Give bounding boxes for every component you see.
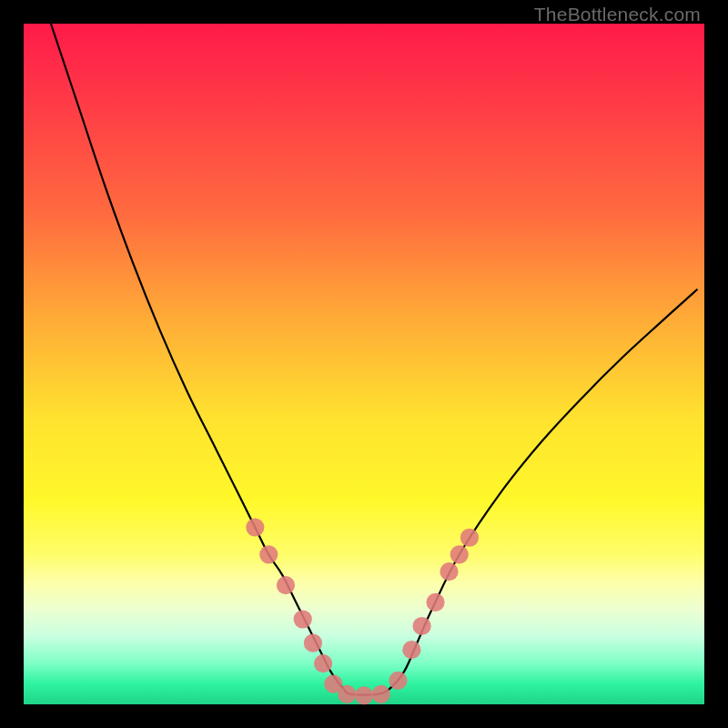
highlight-dot [246,518,264,536]
highlight-dots [246,518,479,704]
highlight-dot [355,686,373,704]
bottleneck-curve [51,24,698,695]
highlight-dot [412,617,430,635]
highlight-dot [440,562,458,581]
highlight-dot [338,685,356,703]
highlight-dot [402,641,420,659]
highlight-dot [294,610,312,628]
highlight-dot [372,685,390,703]
chart-stage: TheBottleneck.com [0,0,728,728]
highlight-dot [460,529,479,547]
plot-area [24,24,704,704]
highlight-dot [426,593,444,612]
highlight-dot [314,654,332,672]
curve-svg [24,24,704,704]
watermark-text: TheBottleneck.com [534,4,701,25]
highlight-dot [450,545,469,563]
highlight-dot [277,576,295,594]
highlight-dot [304,634,322,652]
highlight-dot [389,672,407,690]
highlight-dot [259,545,278,563]
